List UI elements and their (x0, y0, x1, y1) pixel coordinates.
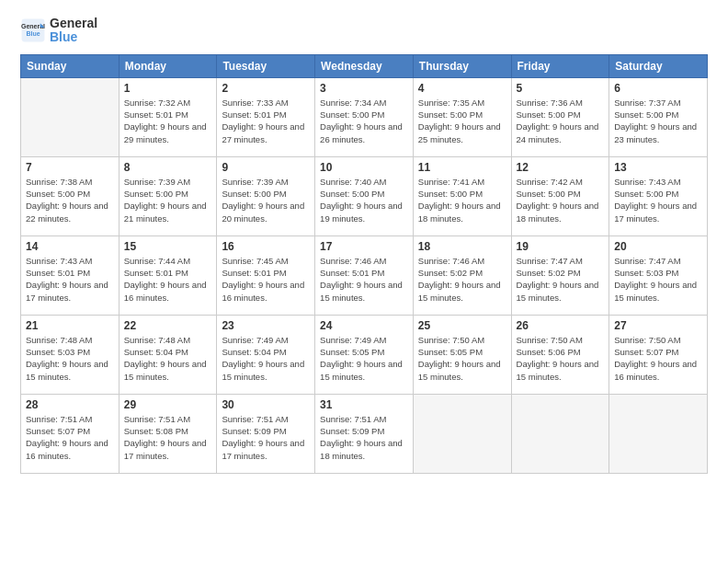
calendar-week-0: 1Sunrise: 7:32 AMSunset: 5:01 PMDaylight… (21, 77, 708, 156)
day-info: Sunrise: 7:48 AMSunset: 5:03 PMDaylight:… (26, 334, 114, 383)
day-number: 7 (26, 161, 114, 174)
calendar-cell: 7Sunrise: 7:38 AMSunset: 5:00 PMDaylight… (21, 156, 119, 236)
calendar-cell: 12Sunrise: 7:42 AMSunset: 5:00 PMDayligh… (511, 156, 609, 236)
day-number: 25 (418, 319, 506, 332)
calendar-cell: 18Sunrise: 7:46 AMSunset: 5:02 PMDayligh… (413, 236, 511, 315)
calendar-cell: 27Sunrise: 7:50 AMSunset: 5:07 PMDayligh… (609, 315, 708, 394)
calendar-cell: 31Sunrise: 7:51 AMSunset: 5:09 PMDayligh… (315, 394, 414, 473)
calendar-cell: 30Sunrise: 7:51 AMSunset: 5:09 PMDayligh… (217, 394, 315, 473)
day-info: Sunrise: 7:42 AMSunset: 5:00 PMDaylight:… (517, 176, 605, 224)
calendar-cell: 20Sunrise: 7:47 AMSunset: 5:03 PMDayligh… (609, 236, 708, 315)
day-number: 2 (222, 82, 310, 95)
logo-text: General Blue (50, 17, 97, 45)
header-thursday: Thursday (413, 54, 511, 77)
header-sunday: Sunday (21, 54, 119, 77)
day-info: Sunrise: 7:43 AMSunset: 5:00 PMDaylight:… (614, 176, 702, 224)
page: General Blue General Blue SundayMondayTu… (0, 0, 728, 563)
day-info: Sunrise: 7:49 AMSunset: 5:04 PMDaylight:… (222, 334, 310, 383)
calendar-cell: 24Sunrise: 7:49 AMSunset: 5:05 PMDayligh… (315, 315, 414, 394)
day-info: Sunrise: 7:43 AMSunset: 5:01 PMDaylight:… (26, 255, 114, 304)
calendar-cell: 10Sunrise: 7:40 AMSunset: 5:00 PMDayligh… (315, 156, 414, 236)
calendar: SundayMondayTuesdayWednesdayThursdayFrid… (20, 54, 708, 474)
day-info: Sunrise: 7:47 AMSunset: 5:02 PMDaylight:… (517, 255, 605, 304)
day-number: 18 (418, 240, 506, 253)
day-number: 28 (26, 398, 114, 411)
calendar-cell: 14Sunrise: 7:43 AMSunset: 5:01 PMDayligh… (21, 236, 119, 315)
day-number: 10 (320, 161, 408, 174)
calendar-cell (511, 394, 609, 473)
day-number: 21 (26, 319, 114, 332)
day-info: Sunrise: 7:39 AMSunset: 5:00 PMDaylight:… (222, 176, 310, 224)
day-number: 16 (222, 240, 310, 253)
calendar-week-3: 21Sunrise: 7:48 AMSunset: 5:03 PMDayligh… (21, 315, 708, 394)
calendar-cell: 8Sunrise: 7:39 AMSunset: 5:00 PMDaylight… (119, 156, 217, 236)
calendar-cell: 13Sunrise: 7:43 AMSunset: 5:00 PMDayligh… (609, 156, 708, 236)
header: General Blue General Blue (20, 17, 708, 45)
day-info: Sunrise: 7:47 AMSunset: 5:03 PMDaylight:… (614, 255, 702, 304)
calendar-cell: 23Sunrise: 7:49 AMSunset: 5:04 PMDayligh… (217, 315, 315, 394)
day-info: Sunrise: 7:34 AMSunset: 5:00 PMDaylight:… (320, 97, 408, 145)
day-number: 26 (517, 319, 605, 332)
day-number: 14 (26, 240, 114, 253)
calendar-cell (609, 394, 708, 473)
calendar-week-4: 28Sunrise: 7:51 AMSunset: 5:07 PMDayligh… (21, 394, 708, 473)
day-number: 17 (320, 240, 408, 253)
day-number: 5 (517, 82, 605, 95)
logo: General Blue General Blue (20, 17, 97, 45)
day-number: 6 (614, 82, 702, 95)
day-number: 30 (222, 398, 310, 411)
calendar-cell: 15Sunrise: 7:44 AMSunset: 5:01 PMDayligh… (119, 236, 217, 315)
day-number: 13 (614, 161, 702, 174)
calendar-week-2: 14Sunrise: 7:43 AMSunset: 5:01 PMDayligh… (21, 236, 708, 315)
day-info: Sunrise: 7:39 AMSunset: 5:00 PMDaylight:… (124, 176, 212, 224)
calendar-cell (413, 394, 511, 473)
day-info: Sunrise: 7:33 AMSunset: 5:01 PMDaylight:… (222, 97, 310, 145)
day-number: 24 (320, 319, 408, 332)
calendar-week-1: 7Sunrise: 7:38 AMSunset: 5:00 PMDaylight… (21, 156, 708, 236)
day-info: Sunrise: 7:51 AMSunset: 5:08 PMDaylight:… (124, 413, 212, 462)
day-number: 12 (517, 161, 605, 174)
calendar-cell: 26Sunrise: 7:50 AMSunset: 5:06 PMDayligh… (511, 315, 609, 394)
day-info: Sunrise: 7:41 AMSunset: 5:00 PMDaylight:… (418, 176, 506, 224)
calendar-cell: 4Sunrise: 7:35 AMSunset: 5:00 PMDaylight… (413, 77, 511, 156)
header-saturday: Saturday (609, 54, 708, 77)
day-info: Sunrise: 7:49 AMSunset: 5:05 PMDaylight:… (320, 334, 408, 383)
day-number: 23 (222, 319, 310, 332)
header-monday: Monday (119, 54, 217, 77)
day-info: Sunrise: 7:37 AMSunset: 5:00 PMDaylight:… (614, 97, 702, 145)
day-number: 11 (418, 161, 506, 174)
calendar-cell: 29Sunrise: 7:51 AMSunset: 5:08 PMDayligh… (119, 394, 217, 473)
day-info: Sunrise: 7:48 AMSunset: 5:04 PMDaylight:… (124, 334, 212, 383)
day-info: Sunrise: 7:51 AMSunset: 5:09 PMDaylight:… (320, 413, 408, 462)
logo-icon: General Blue (20, 17, 46, 43)
day-number: 3 (320, 82, 408, 95)
day-info: Sunrise: 7:50 AMSunset: 5:06 PMDaylight:… (517, 334, 605, 383)
calendar-cell: 11Sunrise: 7:41 AMSunset: 5:00 PMDayligh… (413, 156, 511, 236)
calendar-cell: 3Sunrise: 7:34 AMSunset: 5:00 PMDaylight… (315, 77, 414, 156)
calendar-cell: 17Sunrise: 7:46 AMSunset: 5:01 PMDayligh… (315, 236, 414, 315)
day-info: Sunrise: 7:38 AMSunset: 5:00 PMDaylight:… (26, 176, 114, 224)
day-info: Sunrise: 7:50 AMSunset: 5:07 PMDaylight:… (614, 334, 702, 383)
calendar-cell: 19Sunrise: 7:47 AMSunset: 5:02 PMDayligh… (511, 236, 609, 315)
calendar-cell: 22Sunrise: 7:48 AMSunset: 5:04 PMDayligh… (119, 315, 217, 394)
calendar-cell: 25Sunrise: 7:50 AMSunset: 5:05 PMDayligh… (413, 315, 511, 394)
day-info: Sunrise: 7:51 AMSunset: 5:09 PMDaylight:… (222, 413, 310, 462)
day-info: Sunrise: 7:40 AMSunset: 5:00 PMDaylight:… (320, 176, 408, 224)
day-number: 22 (124, 319, 212, 332)
header-friday: Friday (511, 54, 609, 77)
svg-text:Blue: Blue (26, 31, 40, 38)
calendar-cell: 6Sunrise: 7:37 AMSunset: 5:00 PMDaylight… (609, 77, 708, 156)
day-number: 1 (124, 82, 212, 95)
day-number: 31 (320, 398, 408, 411)
day-info: Sunrise: 7:32 AMSunset: 5:01 PMDaylight:… (124, 97, 212, 145)
calendar-cell: 28Sunrise: 7:51 AMSunset: 5:07 PMDayligh… (21, 394, 119, 473)
day-info: Sunrise: 7:36 AMSunset: 5:00 PMDaylight:… (517, 97, 605, 145)
day-info: Sunrise: 7:46 AMSunset: 5:02 PMDaylight:… (418, 255, 506, 304)
day-info: Sunrise: 7:46 AMSunset: 5:01 PMDaylight:… (320, 255, 408, 304)
calendar-cell: 21Sunrise: 7:48 AMSunset: 5:03 PMDayligh… (21, 315, 119, 394)
day-number: 15 (124, 240, 212, 253)
day-info: Sunrise: 7:45 AMSunset: 5:01 PMDaylight:… (222, 255, 310, 304)
day-info: Sunrise: 7:44 AMSunset: 5:01 PMDaylight:… (124, 255, 212, 304)
day-number: 8 (124, 161, 212, 174)
day-number: 29 (124, 398, 212, 411)
